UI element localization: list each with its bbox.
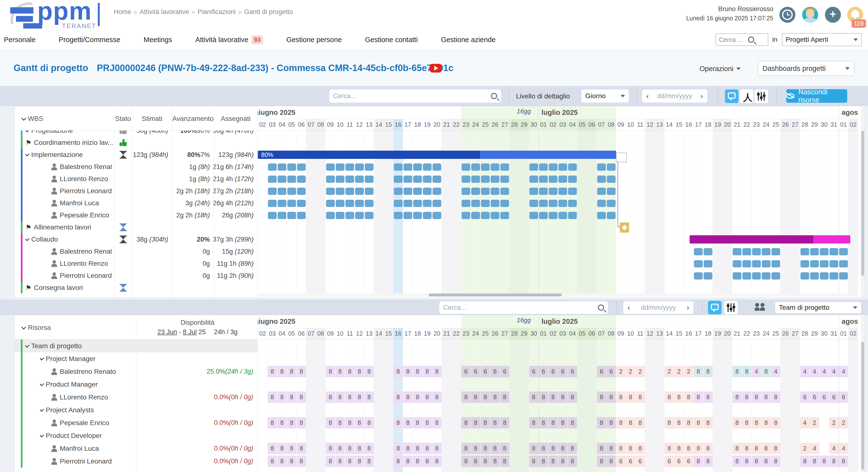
allocation-cell[interactable]: 8	[423, 366, 432, 377]
allocation-cell[interactable]: 8	[529, 456, 538, 467]
timeline-day-cell[interactable]: 01	[839, 328, 848, 339]
allocation-cell[interactable]: 8	[336, 456, 345, 467]
timeline-day-cell[interactable]: 02	[848, 119, 858, 130]
column-header-risorsa[interactable]: Risorsa	[22, 324, 124, 332]
allocation-cell[interactable]: 8	[665, 417, 674, 429]
allocation-cell[interactable]: 8	[268, 456, 277, 467]
task-day-block[interactable]	[500, 175, 509, 183]
task-day-block[interactable]	[820, 248, 829, 255]
task-day-block[interactable]	[336, 164, 344, 171]
allocation-cell[interactable]: 4	[800, 366, 809, 377]
timeline-day-cell[interactable]: 07	[306, 328, 316, 339]
task-day-block[interactable]	[597, 175, 606, 183]
timeline-day-cell[interactable]: 21	[732, 119, 742, 130]
allocation-cell[interactable]: 8	[674, 443, 684, 454]
horizontal-scrollbar[interactable]	[258, 293, 858, 297]
timeline-day-cell[interactable]: 13	[364, 119, 374, 130]
allocation-cell[interactable]: 8	[752, 392, 761, 403]
allocation-cell[interactable]: 8	[432, 417, 441, 429]
timeline-day-cell[interactable]: 31	[829, 119, 839, 130]
timeline-day-cell[interactable]: 20	[432, 119, 442, 130]
allocation-cell[interactable]: 6	[829, 392, 838, 403]
add-button[interactable]: +	[825, 7, 841, 23]
task-day-block[interactable]	[413, 188, 422, 195]
allocation-cell[interactable]: 6	[549, 366, 558, 377]
timeline-day-cell[interactable]: 09	[616, 328, 626, 339]
allocation-cell[interactable]: 4	[800, 417, 809, 429]
task-day-block[interactable]	[326, 188, 335, 195]
allocation-cell[interactable]: 2	[839, 417, 848, 429]
allocation-cell[interactable]: 6	[800, 392, 809, 403]
settings-button[interactable]	[724, 301, 738, 314]
detail-level-select[interactable]: Giorno	[581, 90, 629, 103]
allocation-cell[interactable]: 8	[432, 456, 441, 467]
timeline-day-cell[interactable]: 29	[810, 328, 819, 339]
task-day-block[interactable]	[278, 175, 286, 183]
task-day-block[interactable]	[268, 164, 277, 171]
allocation-cell[interactable]: 8	[539, 443, 548, 454]
task-day-block[interactable]	[529, 200, 538, 207]
task-day-block[interactable]	[549, 175, 557, 183]
allocation-cell[interactable]: 6	[674, 456, 684, 467]
allocation-cell[interactable]: 6	[607, 366, 616, 377]
allocation-cell[interactable]: 8	[432, 366, 441, 377]
allocation-cell[interactable]: 8	[810, 456, 819, 467]
task-day-block[interactable]	[423, 212, 432, 219]
timeline-day-cell[interactable]: 09	[616, 119, 626, 130]
allocation-cell[interactable]: 8	[268, 392, 277, 403]
task-day-block[interactable]	[491, 175, 499, 183]
allocation-cell[interactable]: 8	[704, 417, 713, 429]
allocation-cell[interactable]: 8	[568, 417, 577, 429]
allocation-cell[interactable]: 6	[597, 366, 606, 377]
task-day-block[interactable]	[762, 248, 771, 255]
task-day-block[interactable]	[403, 212, 412, 219]
task-day-block[interactable]	[355, 200, 364, 207]
task-day-block[interactable]	[771, 260, 780, 267]
allocation-cell[interactable]: 8	[665, 392, 674, 403]
task-day-block[interactable]	[433, 200, 441, 207]
search-scope-select[interactable]: Progetti Aperti	[782, 33, 862, 46]
allocation-cell[interactable]: 8	[481, 417, 490, 429]
allocation-cell[interactable]: 4	[810, 366, 819, 377]
timeline-day-cell[interactable]: 27	[500, 119, 509, 130]
allocation-cell[interactable]: 8	[471, 456, 480, 467]
allocation-cell[interactable]: 6	[616, 456, 625, 467]
allocation-cell[interactable]: 8	[490, 392, 500, 403]
project-title[interactable]: PRJ00000246 (PNW-7b-49-222-8ad-233) - Co…	[97, 63, 453, 73]
timeline-day-cell[interactable]: 27	[500, 328, 509, 339]
gantt-search-input[interactable]: Cerca...	[329, 90, 501, 103]
task-day-block[interactable]	[297, 188, 306, 195]
allocation-cell[interactable]: 8	[403, 456, 412, 467]
allocation-cell[interactable]: 8	[403, 443, 412, 454]
allocation-cell[interactable]: 8	[277, 366, 287, 377]
resource-row[interactable]: Pepesale Enrico0.0% (0h / 0g)	[15, 416, 258, 429]
allocation-cell[interactable]: 8	[694, 443, 703, 454]
summary-bar[interactable]: 80%	[258, 150, 616, 159]
allocation-cell[interactable]: 8	[345, 443, 354, 454]
allocation-cell[interactable]: 8	[432, 443, 441, 454]
task-day-block[interactable]	[433, 175, 441, 183]
settings-button[interactable]	[754, 90, 768, 103]
allocation-cell[interactable]: 8	[471, 443, 480, 454]
avatar[interactable]	[802, 7, 818, 23]
allocation-cell[interactable]: 2	[800, 443, 809, 454]
wbs-row[interactable]: LLorento Renzo1g (8h)21g 4h (172h)	[15, 173, 258, 185]
allocation-cell[interactable]: 8	[674, 392, 684, 403]
allocation-cell[interactable]: 4	[829, 366, 838, 377]
task-day-block[interactable]	[355, 175, 364, 183]
allocation-cell[interactable]: 8	[558, 456, 567, 467]
availability-period[interactable]: 23 Jun - 8 Jul 2524h / 3g	[146, 328, 250, 336]
allocation-cell[interactable]: 8	[394, 443, 403, 454]
task-day-block[interactable]	[326, 175, 335, 183]
task-day-block[interactable]	[568, 188, 577, 195]
timeline-day-cell[interactable]: 19	[423, 328, 432, 339]
wbs-row[interactable]: ⚑Coordinamento inizio lav...	[15, 137, 258, 149]
task-day-block[interactable]	[403, 188, 412, 195]
timeline-day-cell[interactable]: 30	[529, 328, 538, 339]
timeline-day-cell[interactable]: 24	[761, 119, 771, 130]
task-day-block[interactable]	[394, 164, 403, 171]
allocation-cell[interactable]: 8	[694, 392, 703, 403]
resource-row[interactable]: Project Manager	[15, 352, 258, 365]
allocation-cell[interactable]: 2	[829, 417, 838, 429]
task-day-block[interactable]	[752, 272, 761, 279]
